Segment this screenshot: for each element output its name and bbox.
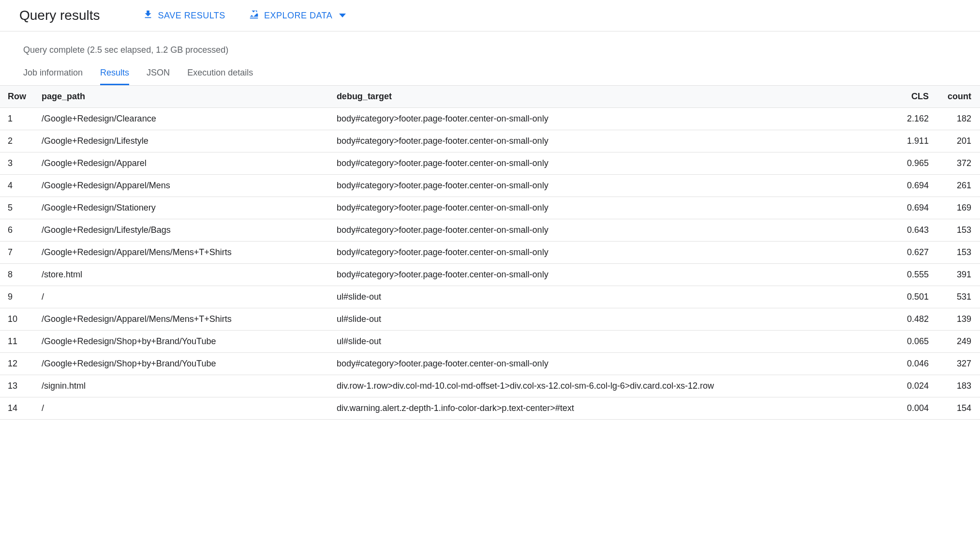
cell-page-path: / — [34, 286, 329, 308]
col-count: count — [936, 86, 980, 108]
cell-count: 154 — [936, 397, 980, 420]
tab-execution-details[interactable]: Execution details — [187, 63, 253, 85]
save-results-label: SAVE RESULTS — [158, 11, 225, 21]
cell-row: 1 — [0, 108, 34, 130]
cell-debug-target: div.warning.alert.z-depth-1.info-color-d… — [329, 397, 893, 420]
cell-page-path: /signin.html — [34, 375, 329, 397]
cell-debug-target: body#category>footer.page-footer.center-… — [329, 108, 893, 130]
cell-count: 201 — [936, 130, 980, 152]
cell-debug-target: body#category>footer.page-footer.center-… — [329, 264, 893, 286]
cell-debug-target: body#category>footer.page-footer.center-… — [329, 353, 893, 375]
results-header: Query results SAVE RESULTS EXPLORE DATA — [0, 0, 980, 31]
cell-cls: 0.555 — [893, 264, 936, 286]
result-tabs: Job information Results JSON Execution d… — [0, 63, 980, 85]
save-results-button[interactable]: SAVE RESULTS — [143, 9, 225, 22]
chevron-down-icon — [339, 14, 346, 17]
cell-count: 372 — [936, 152, 980, 175]
cell-row: 13 — [0, 375, 34, 397]
cell-cls: 0.694 — [893, 175, 936, 197]
cell-row: 7 — [0, 242, 34, 264]
cell-page-path: /Google+Redesign/Shop+by+Brand/YouTube — [34, 331, 329, 353]
cell-row: 11 — [0, 331, 34, 353]
cell-cls: 0.482 — [893, 308, 936, 331]
cell-count: 261 — [936, 175, 980, 197]
table-header-row: Row page_path debug_target CLS count — [0, 86, 980, 108]
cell-row: 12 — [0, 353, 34, 375]
cell-count: 531 — [936, 286, 980, 308]
table-row: 3/Google+Redesign/Apparelbody#category>f… — [0, 152, 980, 175]
cell-cls: 0.024 — [893, 375, 936, 397]
cell-page-path: /Google+Redesign/Lifestyle — [34, 130, 329, 152]
tab-json[interactable]: JSON — [147, 63, 170, 85]
cell-count: 153 — [936, 219, 980, 242]
cell-page-path: /Google+Redesign/Apparel/Mens/Mens+T+Shi… — [34, 242, 329, 264]
cell-debug-target: ul#slide-out — [329, 331, 893, 353]
cell-cls: 1.911 — [893, 130, 936, 152]
table-row: 13/signin.htmldiv.row-1.row>div.col-md-1… — [0, 375, 980, 397]
cell-count: 391 — [936, 264, 980, 286]
cell-page-path: /Google+Redesign/Apparel/Mens — [34, 175, 329, 197]
cell-count: 183 — [936, 375, 980, 397]
cell-page-path: / — [34, 397, 329, 420]
cell-row: 14 — [0, 397, 34, 420]
cell-page-path: /Google+Redesign/Shop+by+Brand/YouTube — [34, 353, 329, 375]
cell-count: 249 — [936, 331, 980, 353]
cell-row: 6 — [0, 219, 34, 242]
cell-count: 327 — [936, 353, 980, 375]
col-row: Row — [0, 86, 34, 108]
cell-cls: 0.065 — [893, 331, 936, 353]
tab-job-information[interactable]: Job information — [23, 63, 83, 85]
table-row: 7/Google+Redesign/Apparel/Mens/Mens+T+Sh… — [0, 242, 980, 264]
col-debug-target: debug_target — [329, 86, 893, 108]
cell-debug-target: div.row-1.row>div.col-md-10.col-md-offse… — [329, 375, 893, 397]
results-table-wrap: Row page_path debug_target CLS count 1/G… — [0, 85, 980, 420]
cell-debug-target: body#category>footer.page-footer.center-… — [329, 175, 893, 197]
cell-page-path: /store.html — [34, 264, 329, 286]
cell-cls: 2.162 — [893, 108, 936, 130]
cell-cls: 0.643 — [893, 219, 936, 242]
chart-icon — [249, 9, 259, 22]
table-row: 14/div.warning.alert.z-depth-1.info-colo… — [0, 397, 980, 420]
col-page-path: page_path — [34, 86, 329, 108]
cell-row: 10 — [0, 308, 34, 331]
cell-page-path: /Google+Redesign/Stationery — [34, 197, 329, 219]
table-row: 5/Google+Redesign/Stationerybody#categor… — [0, 197, 980, 219]
cell-debug-target: body#category>footer.page-footer.center-… — [329, 197, 893, 219]
table-row: 10/Google+Redesign/Apparel/Mens/Mens+T+S… — [0, 308, 980, 331]
cell-count: 153 — [936, 242, 980, 264]
col-cls: CLS — [893, 86, 936, 108]
cell-debug-target: body#category>footer.page-footer.center-… — [329, 242, 893, 264]
table-row: 6/Google+Redesign/Lifestyle/Bagsbody#cat… — [0, 219, 980, 242]
cell-page-path: /Google+Redesign/Apparel/Mens/Mens+T+Shi… — [34, 308, 329, 331]
tab-results[interactable]: Results — [100, 63, 129, 85]
cell-cls: 0.627 — [893, 242, 936, 264]
table-row: 12/Google+Redesign/Shop+by+Brand/YouTube… — [0, 353, 980, 375]
table-row: 8/store.htmlbody#category>footer.page-fo… — [0, 264, 980, 286]
cell-cls: 0.501 — [893, 286, 936, 308]
cell-cls: 0.046 — [893, 353, 936, 375]
cell-page-path: /Google+Redesign/Apparel — [34, 152, 329, 175]
cell-count: 182 — [936, 108, 980, 130]
cell-row: 5 — [0, 197, 34, 219]
explore-data-button[interactable]: EXPLORE DATA — [249, 9, 346, 22]
cell-count: 169 — [936, 197, 980, 219]
cell-page-path: /Google+Redesign/Lifestyle/Bags — [34, 219, 329, 242]
page-title: Query results — [19, 8, 100, 23]
table-row: 9/ul#slide-out0.501531 — [0, 286, 980, 308]
explore-data-label: EXPLORE DATA — [264, 11, 332, 21]
cell-row: 4 — [0, 175, 34, 197]
cell-cls: 0.694 — [893, 197, 936, 219]
cell-cls: 0.004 — [893, 397, 936, 420]
table-body: 1/Google+Redesign/Clearancebody#category… — [0, 108, 980, 420]
cell-row: 9 — [0, 286, 34, 308]
cell-debug-target: body#category>footer.page-footer.center-… — [329, 130, 893, 152]
cell-row: 2 — [0, 130, 34, 152]
cell-row: 3 — [0, 152, 34, 175]
table-row: 11/Google+Redesign/Shop+by+Brand/YouTube… — [0, 331, 980, 353]
query-status: Query complete (2.5 sec elapsed, 1.2 GB … — [0, 31, 980, 63]
cell-count: 139 — [936, 308, 980, 331]
table-row: 1/Google+Redesign/Clearancebody#category… — [0, 108, 980, 130]
results-table: Row page_path debug_target CLS count 1/G… — [0, 85, 980, 420]
cell-cls: 0.965 — [893, 152, 936, 175]
cell-debug-target: body#category>footer.page-footer.center-… — [329, 152, 893, 175]
